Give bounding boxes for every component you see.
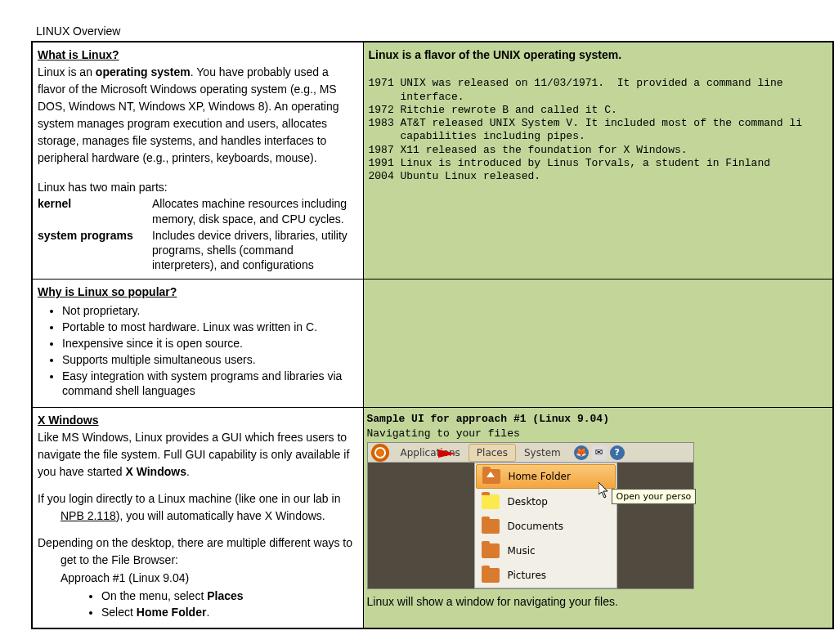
ubuntu-menubar: Applications Places System 🦊 ✉ ? xyxy=(368,443,693,463)
system-programs-desc: Includes device drivers, libraries, util… xyxy=(152,228,358,273)
subheading-navigating: Navigating to your files xyxy=(367,427,833,441)
text-bold: Home Folder xyxy=(137,606,207,619)
menubar-places[interactable]: Places xyxy=(469,444,516,462)
kernel-label: kernel xyxy=(38,196,152,226)
firefox-icon[interactable]: 🦊 xyxy=(574,445,589,460)
tooltip: Open your perso xyxy=(612,489,697,504)
xwindows-p1: Like MS Windows, Linux provides a GUI wh… xyxy=(38,429,358,481)
menubar-applications[interactable]: Applications xyxy=(392,444,469,462)
dropdown-music[interactable]: Music xyxy=(475,539,617,563)
menubar-system[interactable]: System xyxy=(516,444,569,462)
home-folder-icon xyxy=(482,469,500,484)
text: Like MS Windows, Linux provides a GUI wh… xyxy=(38,431,349,478)
system-programs-label: system programs xyxy=(38,228,152,273)
ubuntu-logo-icon xyxy=(371,444,389,462)
text: Documents xyxy=(508,521,563,532)
text: Select xyxy=(101,606,137,619)
text: Home Folder xyxy=(509,471,571,482)
popular-bullets: Not proprietary.Portable to most hardwar… xyxy=(62,303,358,399)
approach1-bullet1: On the menu, select Places xyxy=(101,588,358,603)
list-item: Easy integration with system programs an… xyxy=(62,369,358,398)
list-item: Portable to most hardware. Linux was wri… xyxy=(62,320,358,334)
places-dropdown: Home Folder Desktop Documents Music Pict… xyxy=(474,463,617,588)
page-title: LINUX Overview xyxy=(0,0,834,41)
sample-ui-footer: Linux will show a window for navigating … xyxy=(367,594,833,609)
linux-intro-paragraph: Linux is an operating system. You have p… xyxy=(38,64,358,167)
cell-why-popular-right xyxy=(363,280,833,407)
dropdown-home-folder[interactable]: Home Folder xyxy=(476,464,616,489)
text-bold: X Windows xyxy=(125,465,186,478)
folder-icon xyxy=(482,519,500,534)
heading-unix-flavor: Linux is a flavor of the UNIX operating … xyxy=(369,47,828,62)
xwindows-p3: Depending on the desktop, there are mult… xyxy=(38,534,358,569)
red-arrow-icon xyxy=(438,449,456,458)
heading-sample-ui: Sample UI for approach #1 (Linux 9.04) xyxy=(367,413,833,426)
text: . You have probably used a flavor of the… xyxy=(38,65,339,164)
text: On the menu, select xyxy=(101,589,207,602)
unix-timeline: 1971 UNIX was released on 11/03/1971. It… xyxy=(369,64,828,183)
text: ), you will automatically have X Windows… xyxy=(116,509,325,522)
parts-intro: Linux has two main parts: xyxy=(38,180,358,195)
cell-why-popular: Why is Linux so popular? Not proprietary… xyxy=(32,280,363,407)
list-item: Not proprietary. xyxy=(62,303,358,318)
list-item: Supports multiple simultaneous users. xyxy=(62,352,358,367)
desktop-folder-icon xyxy=(482,494,500,509)
dropdown-pictures[interactable]: Pictures xyxy=(475,563,617,588)
text: Linux is an xyxy=(38,65,96,78)
dropdown-documents[interactable]: Documents xyxy=(475,514,617,539)
cell-unix-flavor: Linux is a flavor of the UNIX operating … xyxy=(363,42,833,280)
ubuntu-screenshot: Applications Places System 🦊 ✉ ? Home Fo… xyxy=(367,442,694,589)
dropdown-desktop[interactable]: Desktop xyxy=(475,490,617,514)
text: Desktop xyxy=(508,496,549,508)
text-bold: operating system xyxy=(96,65,191,78)
mail-icon[interactable]: ✉ xyxy=(592,445,607,460)
text: Pictures xyxy=(508,570,547,581)
kernel-desc: Allocates machine resources including me… xyxy=(152,196,358,226)
npb-link[interactable]: NPB 2.118 xyxy=(61,509,116,522)
heading-what-is-linux: What is Linux? xyxy=(38,48,119,61)
cell-xwindows: X Windows Like MS Windows, Linux provide… xyxy=(32,407,363,628)
content-table: What is Linux? Linux is an operating sys… xyxy=(31,41,834,629)
heading-xwindows: X Windows xyxy=(38,414,99,427)
help-icon[interactable]: ? xyxy=(610,445,625,460)
approach1-bullet2: Select Home Folder. xyxy=(101,605,358,619)
cursor-icon xyxy=(599,482,610,499)
heading-why-popular: Why is Linux so popular? xyxy=(38,285,177,298)
cell-what-is-linux: What is Linux? Linux is an operating sys… xyxy=(32,42,363,280)
cell-sample-ui: Sample UI for approach #1 (Linux 9.04) N… xyxy=(363,407,833,628)
xwindows-p2: If you login directly to a Linux machine… xyxy=(38,490,358,525)
folder-icon xyxy=(482,568,500,583)
text: . xyxy=(206,606,209,619)
text: If you login directly to a Linux machine… xyxy=(38,492,340,505)
text-bold: Places xyxy=(207,589,243,602)
text: . xyxy=(186,465,190,478)
approach1-bullets: On the menu, select Places Select Home F… xyxy=(101,588,358,619)
folder-icon xyxy=(482,543,500,558)
text: Music xyxy=(508,545,536,557)
approach1-label: Approach #1 (Linux 9.04) xyxy=(38,570,358,585)
list-item: Inexpensive since it is open source. xyxy=(62,336,358,351)
